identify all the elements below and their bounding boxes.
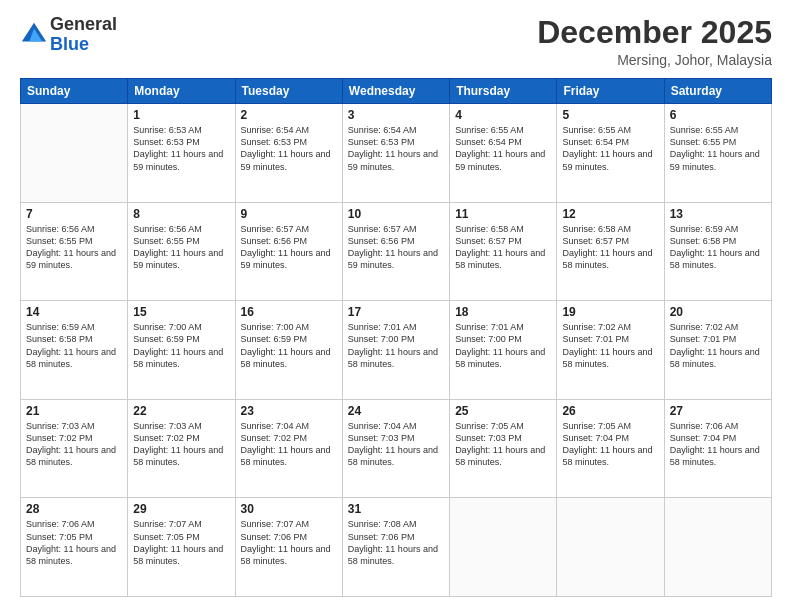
calendar-cell: 29Sunrise: 7:07 AMSunset: 7:05 PMDayligh… [128, 498, 235, 597]
calendar-cell: 3Sunrise: 6:54 AMSunset: 6:53 PMDaylight… [342, 104, 449, 203]
day-info: Sunrise: 6:57 AMSunset: 6:56 PMDaylight:… [348, 223, 444, 272]
calendar: Sunday Monday Tuesday Wednesday Thursday… [20, 78, 772, 597]
calendar-cell: 4Sunrise: 6:55 AMSunset: 6:54 PMDaylight… [450, 104, 557, 203]
day-info: Sunrise: 6:54 AMSunset: 6:53 PMDaylight:… [241, 124, 337, 173]
title-block: December 2025 Mersing, Johor, Malaysia [537, 15, 772, 68]
day-info: Sunrise: 6:58 AMSunset: 6:57 PMDaylight:… [562, 223, 658, 272]
calendar-cell: 30Sunrise: 7:07 AMSunset: 7:06 PMDayligh… [235, 498, 342, 597]
day-number: 19 [562, 305, 658, 319]
day-info: Sunrise: 7:06 AMSunset: 7:05 PMDaylight:… [26, 518, 122, 567]
day-number: 3 [348, 108, 444, 122]
calendar-cell: 21Sunrise: 7:03 AMSunset: 7:02 PMDayligh… [21, 399, 128, 498]
calendar-cell: 2Sunrise: 6:54 AMSunset: 6:53 PMDaylight… [235, 104, 342, 203]
page: General Blue December 2025 Mersing, Joho… [0, 0, 792, 612]
calendar-cell: 6Sunrise: 6:55 AMSunset: 6:55 PMDaylight… [664, 104, 771, 203]
day-info: Sunrise: 7:07 AMSunset: 7:05 PMDaylight:… [133, 518, 229, 567]
day-number: 29 [133, 502, 229, 516]
day-info: Sunrise: 6:56 AMSunset: 6:55 PMDaylight:… [133, 223, 229, 272]
day-number: 14 [26, 305, 122, 319]
calendar-cell: 14Sunrise: 6:59 AMSunset: 6:58 PMDayligh… [21, 301, 128, 400]
location: Mersing, Johor, Malaysia [537, 52, 772, 68]
calendar-cell: 18Sunrise: 7:01 AMSunset: 7:00 PMDayligh… [450, 301, 557, 400]
day-info: Sunrise: 6:56 AMSunset: 6:55 PMDaylight:… [26, 223, 122, 272]
day-info: Sunrise: 6:55 AMSunset: 6:54 PMDaylight:… [455, 124, 551, 173]
calendar-cell: 13Sunrise: 6:59 AMSunset: 6:58 PMDayligh… [664, 202, 771, 301]
calendar-header: Sunday Monday Tuesday Wednesday Thursday… [21, 79, 772, 104]
calendar-cell: 16Sunrise: 7:00 AMSunset: 6:59 PMDayligh… [235, 301, 342, 400]
day-info: Sunrise: 7:04 AMSunset: 7:02 PMDaylight:… [241, 420, 337, 469]
logo-icon [20, 21, 48, 49]
calendar-cell: 28Sunrise: 7:06 AMSunset: 7:05 PMDayligh… [21, 498, 128, 597]
header-row: Sunday Monday Tuesday Wednesday Thursday… [21, 79, 772, 104]
day-info: Sunrise: 7:03 AMSunset: 7:02 PMDaylight:… [26, 420, 122, 469]
calendar-cell [21, 104, 128, 203]
header: General Blue December 2025 Mersing, Joho… [20, 15, 772, 68]
col-tuesday: Tuesday [235, 79, 342, 104]
calendar-cell: 22Sunrise: 7:03 AMSunset: 7:02 PMDayligh… [128, 399, 235, 498]
day-number: 31 [348, 502, 444, 516]
day-number: 13 [670, 207, 766, 221]
calendar-table: Sunday Monday Tuesday Wednesday Thursday… [20, 78, 772, 597]
day-number: 10 [348, 207, 444, 221]
calendar-cell: 20Sunrise: 7:02 AMSunset: 7:01 PMDayligh… [664, 301, 771, 400]
calendar-cell: 25Sunrise: 7:05 AMSunset: 7:03 PMDayligh… [450, 399, 557, 498]
calendar-body: 1Sunrise: 6:53 AMSunset: 6:53 PMDaylight… [21, 104, 772, 597]
col-thursday: Thursday [450, 79, 557, 104]
calendar-cell: 5Sunrise: 6:55 AMSunset: 6:54 PMDaylight… [557, 104, 664, 203]
calendar-cell: 9Sunrise: 6:57 AMSunset: 6:56 PMDaylight… [235, 202, 342, 301]
calendar-cell: 23Sunrise: 7:04 AMSunset: 7:02 PMDayligh… [235, 399, 342, 498]
day-number: 25 [455, 404, 551, 418]
day-number: 6 [670, 108, 766, 122]
week-row-1: 7Sunrise: 6:56 AMSunset: 6:55 PMDaylight… [21, 202, 772, 301]
day-number: 1 [133, 108, 229, 122]
day-number: 2 [241, 108, 337, 122]
week-row-0: 1Sunrise: 6:53 AMSunset: 6:53 PMDaylight… [21, 104, 772, 203]
col-wednesday: Wednesday [342, 79, 449, 104]
calendar-cell: 24Sunrise: 7:04 AMSunset: 7:03 PMDayligh… [342, 399, 449, 498]
day-number: 12 [562, 207, 658, 221]
day-info: Sunrise: 7:00 AMSunset: 6:59 PMDaylight:… [241, 321, 337, 370]
day-info: Sunrise: 7:00 AMSunset: 6:59 PMDaylight:… [133, 321, 229, 370]
week-row-2: 14Sunrise: 6:59 AMSunset: 6:58 PMDayligh… [21, 301, 772, 400]
day-info: Sunrise: 7:01 AMSunset: 7:00 PMDaylight:… [348, 321, 444, 370]
day-info: Sunrise: 6:59 AMSunset: 6:58 PMDaylight:… [26, 321, 122, 370]
day-number: 9 [241, 207, 337, 221]
col-monday: Monday [128, 79, 235, 104]
calendar-cell [664, 498, 771, 597]
day-number: 7 [26, 207, 122, 221]
week-row-4: 28Sunrise: 7:06 AMSunset: 7:05 PMDayligh… [21, 498, 772, 597]
calendar-cell: 11Sunrise: 6:58 AMSunset: 6:57 PMDayligh… [450, 202, 557, 301]
day-number: 21 [26, 404, 122, 418]
week-row-3: 21Sunrise: 7:03 AMSunset: 7:02 PMDayligh… [21, 399, 772, 498]
day-info: Sunrise: 6:53 AMSunset: 6:53 PMDaylight:… [133, 124, 229, 173]
day-number: 15 [133, 305, 229, 319]
month-title: December 2025 [537, 15, 772, 50]
day-info: Sunrise: 6:57 AMSunset: 6:56 PMDaylight:… [241, 223, 337, 272]
day-info: Sunrise: 6:59 AMSunset: 6:58 PMDaylight:… [670, 223, 766, 272]
calendar-cell: 27Sunrise: 7:06 AMSunset: 7:04 PMDayligh… [664, 399, 771, 498]
day-number: 16 [241, 305, 337, 319]
calendar-cell [557, 498, 664, 597]
calendar-cell: 31Sunrise: 7:08 AMSunset: 7:06 PMDayligh… [342, 498, 449, 597]
day-info: Sunrise: 7:06 AMSunset: 7:04 PMDaylight:… [670, 420, 766, 469]
day-number: 20 [670, 305, 766, 319]
day-number: 8 [133, 207, 229, 221]
day-number: 5 [562, 108, 658, 122]
day-info: Sunrise: 7:07 AMSunset: 7:06 PMDaylight:… [241, 518, 337, 567]
logo-text: General Blue [50, 15, 117, 55]
day-info: Sunrise: 7:04 AMSunset: 7:03 PMDaylight:… [348, 420, 444, 469]
day-number: 17 [348, 305, 444, 319]
day-number: 4 [455, 108, 551, 122]
day-info: Sunrise: 6:58 AMSunset: 6:57 PMDaylight:… [455, 223, 551, 272]
calendar-cell: 1Sunrise: 6:53 AMSunset: 6:53 PMDaylight… [128, 104, 235, 203]
day-number: 28 [26, 502, 122, 516]
day-number: 30 [241, 502, 337, 516]
calendar-cell: 17Sunrise: 7:01 AMSunset: 7:00 PMDayligh… [342, 301, 449, 400]
day-info: Sunrise: 7:02 AMSunset: 7:01 PMDaylight:… [670, 321, 766, 370]
day-info: Sunrise: 7:05 AMSunset: 7:04 PMDaylight:… [562, 420, 658, 469]
day-info: Sunrise: 7:08 AMSunset: 7:06 PMDaylight:… [348, 518, 444, 567]
day-info: Sunrise: 6:55 AMSunset: 6:54 PMDaylight:… [562, 124, 658, 173]
calendar-cell: 26Sunrise: 7:05 AMSunset: 7:04 PMDayligh… [557, 399, 664, 498]
col-friday: Friday [557, 79, 664, 104]
calendar-cell: 19Sunrise: 7:02 AMSunset: 7:01 PMDayligh… [557, 301, 664, 400]
